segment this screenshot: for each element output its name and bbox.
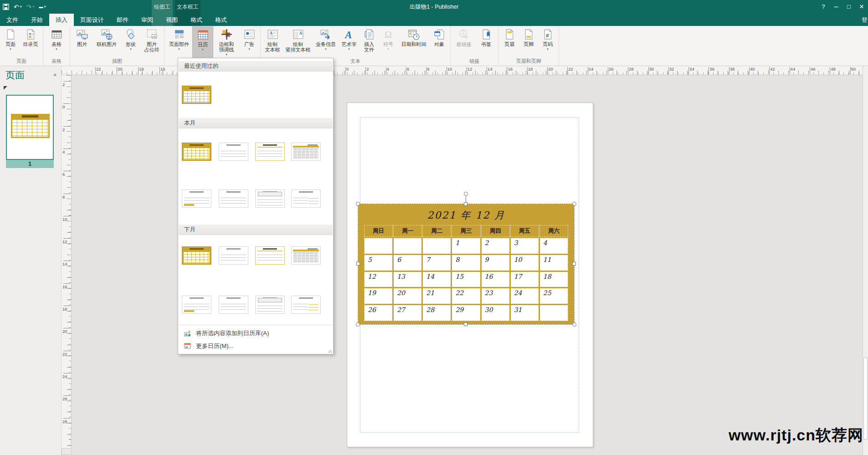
date-cell[interactable]: 18 <box>540 272 568 287</box>
date-cell[interactable] <box>540 305 568 321</box>
ribbon-button-footer[interactable]: 页脚 <box>519 26 538 58</box>
panel-expander-icon[interactable] <box>4 86 7 90</box>
ribbon-button-picture-placeholder[interactable]: 图片占位符 <box>141 26 163 58</box>
ribbon-button-page-number[interactable]: #页码▾ <box>538 26 557 58</box>
ribbon-button-bookmark[interactable]: 书签 <box>476 26 497 58</box>
calendar-template-thumbnail[interactable] <box>255 296 285 314</box>
date-cell[interactable]: 5 <box>365 255 392 271</box>
calendar-template-thumbnail[interactable] <box>291 246 321 265</box>
ribbon-button-wordart[interactable]: A艺术字▾ <box>339 26 360 58</box>
calendar-template-thumbnail[interactable] <box>291 296 321 314</box>
date-cell[interactable]: 27 <box>394 305 421 321</box>
calendar-template-thumbnail[interactable] <box>219 246 248 265</box>
page-number-label[interactable]: 1 <box>6 160 54 168</box>
date-cell[interactable]: 21 <box>423 288 451 304</box>
resize-handle-left[interactable] <box>356 262 360 266</box>
date-cell[interactable]: 8 <box>452 255 480 271</box>
calendar-template-thumbnail[interactable] <box>182 189 211 208</box>
date-cell[interactable]: 17 <box>511 272 539 287</box>
date-cell[interactable] <box>365 238 392 254</box>
collapse-panel-icon[interactable]: « <box>53 72 56 78</box>
calendar-template-thumbnail[interactable] <box>182 86 211 104</box>
scrollbar-thumb[interactable] <box>863 358 868 440</box>
date-cell[interactable]: 13 <box>394 272 421 287</box>
ribbon-button-page[interactable]: 页面▾ <box>1 26 20 58</box>
ribbon-button-picture[interactable]: 图片 <box>72 26 92 58</box>
page-thumbnail[interactable] <box>6 95 54 160</box>
tab-0[interactable]: 文件 <box>0 14 25 26</box>
date-cell[interactable]: 28 <box>423 305 451 321</box>
resize-handle-right[interactable] <box>572 262 576 266</box>
tab-5[interactable]: 审阅 <box>135 14 159 26</box>
tab-format-draw[interactable]: 格式 <box>184 14 209 26</box>
date-cell[interactable] <box>394 238 421 254</box>
tab-4[interactable]: 邮件 <box>110 14 135 26</box>
date-cell[interactable]: 15 <box>452 272 480 287</box>
resize-handle-top-left[interactable] <box>356 202 360 206</box>
ribbon-button-page-parts[interactable]: 页面部件▾ <box>166 26 192 58</box>
dropdown-menu-item-more-calendars[interactable]: 更多日历(M)... <box>179 340 333 352</box>
minimize-button[interactable]: ─ <box>830 0 842 14</box>
calendar-template-thumbnail[interactable] <box>219 296 248 314</box>
ribbon-button-borders-accents[interactable]: 边框和强调线▾ <box>213 26 240 58</box>
resize-handle-bottom[interactable] <box>464 322 467 326</box>
date-cell[interactable]: 10 <box>511 255 539 271</box>
vertical-scrollbar[interactable] <box>863 66 868 455</box>
ribbon-button-calendar[interactable]: 日历▾ <box>192 26 213 58</box>
date-cell[interactable]: 20 <box>394 288 421 304</box>
date-cell[interactable]: 6 <box>394 255 421 271</box>
ribbon-button-online-pictures[interactable]: 联机图片 <box>92 26 121 58</box>
date-cell[interactable]: 25 <box>540 288 568 304</box>
date-cell[interactable]: 4 <box>540 238 568 254</box>
date-cell[interactable]: 16 <box>482 272 509 287</box>
date-cell[interactable]: 24 <box>511 288 539 304</box>
resize-handle-top-right[interactable] <box>572 202 576 206</box>
help-button[interactable]: ? <box>817 0 830 14</box>
tab-format-text[interactable]: 格式 <box>209 14 233 26</box>
date-cell[interactable] <box>423 238 451 254</box>
ribbon-button-draw-textbox[interactable]: A绘制文本框 <box>262 26 283 58</box>
resize-handle-bottom-left[interactable] <box>356 322 360 327</box>
tab-3[interactable]: 页面设计 <box>74 14 110 26</box>
date-cell[interactable]: 19 <box>365 288 392 304</box>
sign-in-link[interactable]: 登 <box>862 14 868 26</box>
ribbon-button-business-info[interactable]: 业务信息▾ <box>313 26 339 58</box>
date-cell[interactable]: 11 <box>540 255 568 271</box>
rotation-handle[interactable] <box>464 192 468 196</box>
ribbon-button-hyperlink[interactable]: 超链接 <box>452 26 476 58</box>
resize-handle-top[interactable] <box>464 202 467 206</box>
calendar-template-thumbnail[interactable] <box>291 143 321 161</box>
calendar-template-thumbnail[interactable] <box>182 143 211 161</box>
date-cell[interactable]: 14 <box>423 272 451 287</box>
date-cell[interactable]: 7 <box>423 255 451 271</box>
ribbon-button-date-time[interactable]: 日期和时间 <box>398 26 430 58</box>
dropdown-menu-item-add-to-gallery[interactable]: A将所选内容添加到日历库(A) <box>179 327 333 339</box>
date-cell[interactable]: 23 <box>482 288 509 304</box>
tab-6[interactable]: 视图 <box>159 14 184 26</box>
calendar-template-thumbnail[interactable] <box>182 246 211 265</box>
ribbon-button-table[interactable]: 表格▾ <box>45 26 68 58</box>
calendar-object[interactable]: 2021 年 12 月 周日周一周二周三周四周五周六 1234567891011… <box>358 204 574 324</box>
ribbon-button-advertisements[interactable]: 广告▾ <box>240 26 259 58</box>
close-button[interactable]: ✕ <box>855 0 868 14</box>
resize-handle-bottom-right[interactable] <box>572 322 576 327</box>
date-cell[interactable]: 26 <box>365 305 392 321</box>
calendar-template-thumbnail[interactable] <box>255 189 285 208</box>
tab-2[interactable]: 插入 <box>49 14 74 26</box>
calendar-template-thumbnail[interactable] <box>291 189 321 208</box>
date-cell[interactable]: 29 <box>452 305 480 321</box>
date-cell[interactable]: 9 <box>482 255 509 271</box>
ribbon-button-insert-file[interactable]: 插入文件 <box>360 26 379 58</box>
ribbon-button-symbol[interactable]: Ω符号▾ <box>379 26 398 58</box>
date-cell[interactable]: 2 <box>482 238 509 254</box>
date-cell[interactable]: 30 <box>482 305 509 321</box>
calendar-template-thumbnail[interactable] <box>255 143 285 161</box>
calendar-template-thumbnail[interactable] <box>182 296 211 314</box>
calendar-template-thumbnail[interactable] <box>219 143 248 161</box>
ribbon-button-object[interactable]: 对象 <box>430 26 449 58</box>
ribbon-button-header[interactable]: 页眉 <box>500 26 519 58</box>
date-cell[interactable]: 1 <box>452 238 480 254</box>
date-cell[interactable]: 12 <box>365 272 392 287</box>
date-cell[interactable]: 22 <box>452 288 480 304</box>
date-cell[interactable]: 3 <box>511 238 539 254</box>
